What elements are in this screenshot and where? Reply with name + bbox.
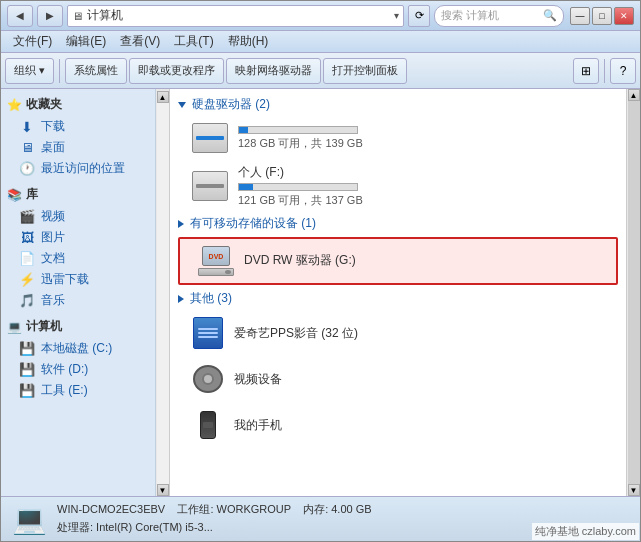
pps-item[interactable]: 爱奇艺PPS影音 (32 位) [174,310,622,356]
menu-bar: 文件(F) 编辑(E) 查看(V) 工具(T) 帮助(H) [1,31,640,53]
music-icon: 🎵 [19,293,35,309]
phone-screen [203,422,213,428]
pps-name: 爱奇艺PPS影音 (32 位) [234,325,358,342]
pps-line-2 [198,332,218,334]
dvd-info: DVD RW 驱动器 (G:) [244,252,608,271]
favorites-expand-icon: ⭐ [7,98,22,112]
removable-header[interactable]: 有可移动存储的设备 (1) [174,212,622,235]
close-button[interactable]: ✕ [614,7,634,25]
status-workgroup: 工作组: WORKGROUP [177,503,290,515]
thunder-icon: ⚡ [19,272,35,288]
uninstall-button[interactable]: 即载或更改程序 [129,58,224,84]
other-label: 其他 (3) [190,290,232,307]
organize-button[interactable]: 组织 ▾ [5,58,54,84]
sidebar-item-video[interactable]: 🎬 视频 [1,206,155,227]
drive-f-top-bar-container [238,126,358,134]
menu-view[interactable]: 查看(V) [114,31,166,52]
dvd-visual: DVD [198,246,234,276]
sidebar-item-images[interactable]: 🖼 图片 [1,227,155,248]
desktop-icon: 🖥 [19,140,35,156]
dvd-drive[interactable]: DVD DVD RW 驱动器 (G:) [178,237,618,285]
minimize-button[interactable]: — [570,7,590,25]
drive-f-top-info: 128 GB 可用，共 139 GB [238,126,614,151]
phone-item[interactable]: 我的手机 [174,402,622,448]
drive-f-top[interactable]: 128 GB 可用，共 139 GB [174,116,622,160]
desktop-label: 桌面 [41,139,65,156]
thunder-label: 迅雷下载 [41,271,89,288]
e-drive-icon: 💾 [19,383,35,399]
menu-tools[interactable]: 工具(T) [168,31,219,52]
music-label: 音乐 [41,292,65,309]
drive-f-bar-fill [239,184,253,190]
search-bar[interactable]: 搜索 计算机 🔍 [434,5,564,27]
webcam-visual [193,365,223,393]
toolbar-separator-1 [59,59,60,83]
sidebar: ⭐ 收藏夹 ⬇ 下载 🖥 桌面 🕐 最近访问的位置 [1,89,156,496]
back-button[interactable]: ◀ [7,5,33,27]
sidebar-favorites-header[interactable]: ⭐ 收藏夹 [1,93,155,116]
toolbar-separator-2 [604,59,605,83]
webcam-icon [190,361,226,397]
library-label: 库 [26,186,38,203]
status-pc-graphic: 💻 [12,503,47,536]
images-icon: 🖼 [19,230,35,246]
drive-f-bar-container [238,183,358,191]
status-processor: 处理器: Intel(R) Core(TM) i5-3... [57,521,213,533]
pps-lines [198,328,218,338]
status-computer-name: WIN-DCMO2EC3EBV [57,503,165,515]
address-dropdown-arrow[interactable]: ▾ [394,10,399,21]
phone-name: 我的手机 [234,417,282,434]
favorites-label: 收藏夹 [26,96,62,113]
computer-sidebar-icon: 💻 [7,320,22,334]
status-computer-icon: 💻 [11,501,47,537]
menu-file[interactable]: 文件(F) [7,31,58,52]
refresh-button[interactable]: ⟳ [408,5,430,27]
sidebar-item-thunder[interactable]: ⚡ 迅雷下载 [1,269,155,290]
pps-line-3 [198,336,218,338]
drive-f-name: 个人 (F:) [238,164,614,181]
view-button[interactable]: ⊞ [573,58,599,84]
address-bar[interactable]: 🖥 计算机 ▾ [67,5,404,27]
sidebar-item-c-drive[interactable]: 💾 本地磁盘 (C:) [1,338,155,359]
sidebar-item-music[interactable]: 🎵 音乐 [1,290,155,311]
open-panel-button[interactable]: 打开控制面板 [323,58,407,84]
drive-f[interactable]: 个人 (F:) 121 GB 可用，共 137 GB [174,160,622,212]
maximize-button[interactable]: □ [592,7,612,25]
menu-help[interactable]: 帮助(H) [222,31,275,52]
hard-disk-expand-icon [178,102,186,108]
forward-button[interactable]: ▶ [37,5,63,27]
webcam-lens [202,373,214,385]
menu-edit[interactable]: 编辑(E) [60,31,112,52]
sidebar-item-documents[interactable]: 📄 文档 [1,248,155,269]
webcam-item[interactable]: 视频设备 [174,356,622,402]
sidebar-item-recent[interactable]: 🕐 最近访问的位置 [1,158,155,179]
main-content: ⭐ 收藏夹 ⬇ 下载 🖥 桌面 🕐 最近访问的位置 [1,89,640,496]
c-drive-label: 本地磁盘 (C:) [41,340,112,357]
sidebar-item-d-drive[interactable]: 💾 软件 (D:) [1,359,155,380]
sidebar-item-download[interactable]: ⬇ 下载 [1,116,155,137]
d-drive-label: 软件 (D:) [41,361,88,378]
help-button[interactable]: ? [610,58,636,84]
hdd-visual [192,123,228,153]
title-bar: ◀ ▶ 🖥 计算机 ▾ ⟳ 搜索 计算机 🔍 — □ ✕ [1,1,640,31]
other-header[interactable]: 其他 (3) [174,287,622,310]
sidebar-item-desktop[interactable]: 🖥 桌面 [1,137,155,158]
documents-label: 文档 [41,250,65,267]
pps-icon [190,315,226,351]
hard-disk-header[interactable]: 硬盘驱动器 (2) [174,93,622,116]
title-bar-controls: — □ ✕ [570,7,634,25]
sidebar-scrollbar[interactable]: ▲ ▼ [156,89,170,496]
sidebar-library-header[interactable]: 📚 库 [1,183,155,206]
pps-visual [193,317,223,349]
content-scrollbar[interactable]: ▲ ▼ [626,89,640,496]
title-bar-left: ◀ ▶ 🖥 计算机 ▾ ⟳ 搜索 计算机 🔍 [7,5,564,27]
removable-label: 有可移动存储的设备 (1) [190,215,316,232]
address-text: 计算机 [87,7,390,24]
sidebar-item-e-drive[interactable]: 💾 工具 (E:) [1,380,155,401]
system-properties-button[interactable]: 系统属性 [65,58,127,84]
map-drive-button[interactable]: 映射网络驱动器 [226,58,321,84]
documents-icon: 📄 [19,251,35,267]
hard-disk-label: 硬盘驱动器 (2) [192,96,270,113]
drive-f-top-caption: 128 GB 可用，共 139 GB [238,136,614,151]
sidebar-computer-header[interactable]: 💻 计算机 [1,315,155,338]
